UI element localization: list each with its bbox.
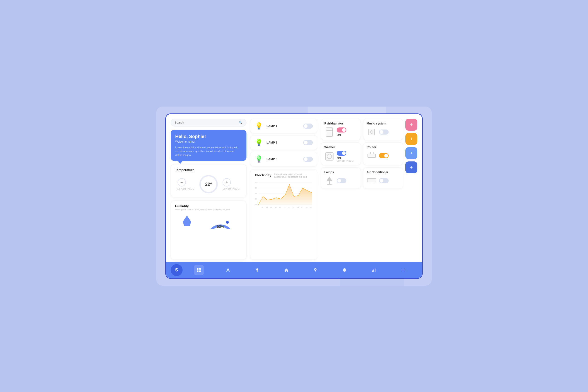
svg-text:80%: 80% [255, 187, 257, 189]
lamps-toggle[interactable] [337, 178, 346, 183]
nav-menu[interactable] [398, 265, 408, 275]
svg-text:MAR: MAR [270, 206, 272, 208]
washer-status: ON [337, 156, 358, 160]
greeting-card: Hello, Sophie! Welcome home! Lorem ipsum… [171, 130, 246, 161]
refrigerator-card: Refridgerator ON [321, 119, 361, 140]
nav-chart[interactable] [369, 265, 379, 275]
music-card: Music system [363, 119, 403, 140]
washer-toggle[interactable] [337, 151, 346, 156]
water-drop-icon [183, 216, 191, 226]
washer-title: Washer [324, 145, 358, 149]
svg-text:60%: 60% [255, 192, 257, 194]
nav-shield[interactable] [340, 265, 350, 275]
svg-text:APR: APR [275, 206, 276, 208]
svg-point-32 [315, 269, 316, 270]
temp-increase-button[interactable]: + [222, 178, 231, 186]
washer-icon [324, 151, 334, 162]
search-bar[interactable]: 🔍 [171, 119, 246, 126]
temperature-card: Temperature − LOREM IPSUM 22° + LOREM IP… [171, 164, 246, 197]
user-avatar[interactable]: S [171, 264, 182, 276]
svg-text:100%: 100% [255, 182, 258, 183]
greeting-subtitle: Welcome home! [175, 140, 242, 143]
plus-buttons-column: + + + + [406, 119, 417, 260]
svg-point-0 [226, 221, 229, 224]
refrigerator-icon [324, 127, 334, 137]
right-column: Refridgerator ON [321, 119, 417, 260]
add-button-3[interactable]: + [406, 147, 417, 159]
svg-rect-37 [401, 270, 404, 270]
nav-bulb[interactable] [252, 265, 262, 275]
music-toggle[interactable] [379, 130, 389, 134]
lamp-card-2: 💡 LAMP 2 [250, 135, 317, 150]
svg-text:20%: 20% [255, 204, 257, 205]
svg-text:FEB: FEB [266, 206, 268, 208]
washer-sublabel: LOREM IPSUM [337, 160, 358, 162]
add-button-1[interactable]: + [406, 119, 417, 131]
svg-rect-27 [199, 270, 201, 272]
svg-rect-34 [373, 269, 374, 272]
temp-decrease-button[interactable]: − [178, 178, 186, 186]
svg-text:JAN: JAN [262, 206, 264, 208]
music-title: Music system [366, 122, 400, 125]
lamps-title: Lamps [324, 170, 358, 174]
ac-icon [366, 176, 377, 186]
lamp-card-3: 💡 LAMP 3 [250, 152, 317, 166]
temperature-label: Temperature [175, 168, 242, 172]
humidity-card: Humidity lorem ipsum dolor sit amet, con… [171, 200, 246, 260]
svg-text:AUG: AUG [292, 206, 294, 208]
temp-decrease-label: LOREM IPSUM [178, 188, 194, 190]
search-icon: 🔍 [239, 121, 242, 124]
router-card: Router [363, 142, 403, 165]
lamp3-name: LAMP 3 [266, 157, 300, 161]
left-column: 🔍 Hello, Sophie! Welcome home! Lorem ips… [171, 119, 246, 260]
svg-text:40%: 40% [255, 198, 257, 200]
router-title: Router [366, 145, 400, 149]
lamp-card-1: 💡 LAMP 1 [250, 119, 317, 134]
svg-text:OCT: OCT [301, 206, 303, 208]
refrigerator-toggle[interactable] [337, 128, 346, 132]
ac-card: Air Conditioner [363, 168, 403, 189]
ac-title: Air Conditioner [366, 170, 400, 174]
add-button-4[interactable]: + [406, 162, 417, 174]
lamps-card: Lamps [321, 168, 361, 189]
lamp2-name: LAMP 2 [266, 141, 300, 144]
refrigerator-status: ON [337, 134, 358, 137]
lamps-icon [324, 176, 334, 186]
humidity-desc: lorem ipsum dolor sit amet, consectetuer… [175, 208, 230, 211]
music-icon [366, 127, 377, 137]
greeting-body: Lorem ipsum dolor sit amet, consectetuer… [175, 146, 242, 157]
lamp1-name: LAMP 1 [266, 124, 300, 128]
svg-rect-26 [197, 270, 198, 272]
svg-point-29 [256, 268, 258, 270]
search-input[interactable] [174, 121, 237, 124]
add-button-2[interactable]: + [406, 133, 417, 145]
greeting-title: Hello, Sophie! [175, 134, 242, 139]
svg-rect-33 [372, 270, 372, 272]
refrigerator-title: Refridgerator [324, 122, 358, 125]
lamp2-icon: 💡 [254, 138, 263, 147]
lamp2-toggle[interactable] [303, 140, 313, 145]
svg-rect-30 [256, 271, 258, 271]
middle-column: 💡 LAMP 1 💡 LAMP 2 [250, 119, 317, 260]
electricity-card: Electricity Lorem ipsum dolor sit amet, … [250, 169, 317, 260]
electricity-chart: 100% 80% 60% 40% 20% [255, 181, 312, 208]
nav-grid[interactable] [194, 265, 204, 275]
nav-person[interactable] [223, 265, 233, 275]
svg-text:MAY: MAY [279, 206, 281, 208]
temp-increase-label: LOREM IPSUM [222, 188, 240, 190]
washer-card: Washer ON LOREM IPSUM [321, 142, 361, 165]
ac-toggle[interactable] [379, 178, 389, 183]
nav-location[interactable] [310, 265, 320, 275]
lamp3-toggle[interactable] [303, 156, 313, 162]
lamp1-icon: 💡 [254, 122, 263, 130]
nav-items [184, 265, 417, 275]
nav-home[interactable] [281, 265, 292, 275]
humidity-value: 53% [217, 224, 224, 229]
svg-rect-24 [197, 268, 198, 269]
router-toggle[interactable] [379, 153, 389, 158]
lamp1-toggle[interactable] [303, 124, 313, 128]
svg-point-28 [228, 268, 229, 270]
humidity-label: Humidity [175, 204, 230, 208]
humidity-gauge: 53% [207, 213, 234, 229]
dashboard: 🔍 Hello, Sophie! Welcome home! Lorem ips… [166, 114, 422, 279]
